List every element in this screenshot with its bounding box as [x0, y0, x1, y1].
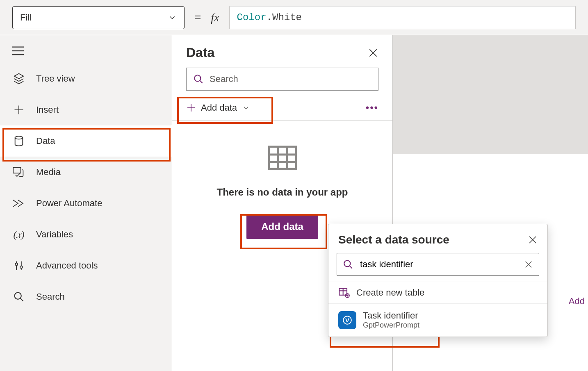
svg-rect-6 — [13, 167, 21, 173]
rail-item-advanced-tools[interactable]: Advanced tools — [0, 250, 172, 281]
result-subtitle: GptPowerPrompt — [363, 321, 419, 330]
chevron-down-icon — [242, 104, 250, 112]
search-icon — [11, 291, 26, 303]
svg-point-24 — [344, 260, 350, 266]
rail-item-label: Advanced tools — [36, 260, 98, 271]
rail-item-insert[interactable]: Insert — [0, 94, 172, 125]
rail-item-label: Variables — [36, 229, 73, 240]
rail-item-label: Media — [36, 167, 61, 178]
ai-prompt-icon — [338, 311, 356, 329]
result-title: Task identifier — [363, 310, 419, 321]
close-icon[interactable] — [368, 48, 378, 58]
property-label: Fill — [20, 12, 32, 23]
create-new-table[interactable]: Create new table — [328, 282, 547, 303]
chevron-down-icon — [168, 13, 177, 22]
property-selector[interactable]: Fill — [12, 6, 185, 29]
svg-point-8 — [20, 266, 23, 269]
rail-item-label: Search — [36, 291, 65, 302]
add-data-dropdown[interactable]: Add data — [186, 102, 250, 113]
search-icon — [343, 259, 353, 270]
more-icon[interactable]: ••• — [366, 102, 378, 114]
add-data-button[interactable]: Add data — [246, 214, 318, 239]
popup-title: Select a data source — [338, 233, 449, 246]
plus-icon — [186, 103, 196, 113]
svg-rect-17 — [269, 147, 296, 169]
rail-item-power-automate[interactable]: Power Automate — [0, 188, 172, 219]
tools-icon — [11, 260, 26, 271]
hamburger-icon[interactable] — [6, 39, 30, 63]
formula-input[interactable]: Color.White — [229, 6, 576, 29]
formula-token-value: White — [272, 12, 302, 23]
close-icon[interactable] — [528, 235, 538, 245]
plus-icon — [11, 104, 26, 116]
rail-item-label: Insert — [36, 105, 59, 115]
svg-point-13 — [194, 75, 201, 81]
svg-line-10 — [21, 298, 23, 301]
variable-icon: (𝑥) — [11, 229, 26, 240]
data-pane-title: Data — [186, 45, 214, 60]
rail-item-tree-view[interactable]: Tree view — [0, 63, 172, 94]
equals-sign: = — [194, 11, 201, 24]
popup-search-value[interactable] — [359, 259, 518, 270]
left-rail: Tree view Insert Data Media Power Automa — [0, 35, 172, 371]
svg-point-7 — [15, 263, 18, 266]
fx-icon: fx — [211, 11, 219, 24]
empty-state-message: There is no data in your app — [217, 187, 348, 198]
svg-line-25 — [349, 266, 352, 269]
rail-item-media[interactable]: Media — [0, 157, 172, 188]
svg-point-9 — [15, 293, 21, 299]
database-icon — [11, 135, 26, 147]
svg-point-5 — [15, 136, 23, 139]
popup-search-input[interactable] — [337, 253, 539, 276]
formula-bar: Fill = fx Color.White — [0, 0, 588, 35]
flow-icon — [11, 198, 26, 208]
data-search-input[interactable]: Search — [186, 68, 378, 91]
table-icon — [268, 146, 297, 170]
rail-item-variables[interactable]: (𝑥) Variables — [0, 219, 172, 250]
svg-line-14 — [200, 80, 203, 83]
clear-icon[interactable] — [524, 260, 533, 269]
layers-icon — [11, 73, 26, 85]
table-plus-icon — [338, 287, 350, 298]
rail-item-label: Power Automate — [36, 198, 102, 209]
formula-token-object: Color — [237, 12, 267, 23]
data-source-result[interactable]: Task identifier GptPowerPrompt — [328, 303, 547, 337]
media-icon — [11, 167, 26, 178]
rail-item-label: Tree view — [36, 73, 75, 84]
rail-item-label: Data — [36, 136, 55, 146]
create-table-label: Create new table — [356, 287, 424, 298]
rail-item-data[interactable]: Data — [0, 125, 172, 157]
rail-item-search[interactable]: Search — [0, 281, 172, 312]
svg-point-34 — [343, 316, 351, 324]
formula-token-dot: . — [267, 12, 272, 23]
search-icon — [193, 74, 204, 84]
select-data-source-popup: Select a data source Create new table Ta… — [328, 224, 548, 337]
search-placeholder: Search — [210, 74, 238, 84]
add-data-label: Add data — [201, 102, 237, 113]
add-control-link[interactable]: Add — [569, 296, 585, 307]
